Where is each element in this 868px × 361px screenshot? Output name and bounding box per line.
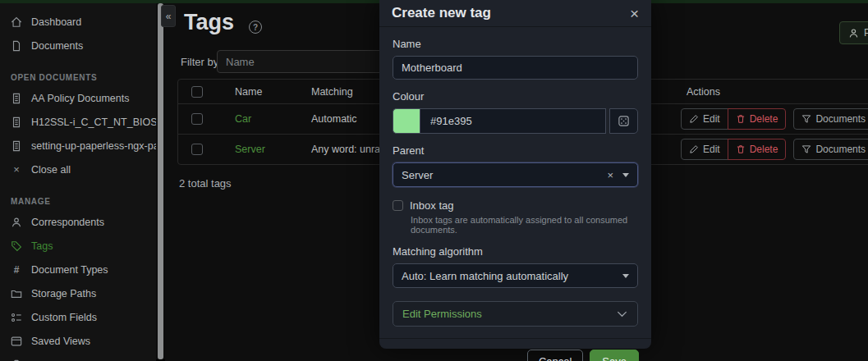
delete-button[interactable]: Delete [728, 139, 787, 160]
name-label: Name [393, 38, 638, 50]
tag-icon [11, 240, 22, 252]
documents-button[interactable]: Documents 3 [793, 139, 868, 160]
select-all-checkbox[interactable] [191, 86, 203, 98]
tag-name-link[interactable]: Car [235, 113, 251, 125]
sidebar-item-label: Dashboard [31, 16, 81, 28]
sidebar-item-workflows[interactable]: Workflows [0, 353, 156, 361]
create-tag-modal: Create new tag × Name Colour Parent Serv… [379, 0, 651, 349]
matching-algorithm-label: Matching algorithm [393, 245, 638, 258]
sidebar-section-open-documents: OPEN DOCUMENTS [11, 73, 145, 82]
open-doc-label: AA Policy Documents [31, 93, 130, 104]
chevron-down-icon [622, 274, 629, 278]
modal-header: Create new tag × [379, 0, 651, 27]
edit-label: Edit [703, 113, 720, 125]
column-header-actions: Actions [687, 86, 720, 98]
column-header-name[interactable]: Name [235, 86, 262, 98]
ui-radios-icon [11, 312, 22, 323]
close-all-label: Close all [31, 164, 71, 176]
parent-label: Parent [393, 144, 638, 157]
sidebar: Dashboard Documents OPEN DOCUMENTS AA Po… [0, 3, 156, 361]
modal-footer: Cancel Save [379, 338, 651, 361]
edit-permissions-accordion[interactable]: Edit Permissions [393, 301, 638, 327]
sidebar-collapse-button[interactable]: « [161, 5, 176, 27]
sidebar-item-dashboard[interactable]: Dashboard [0, 10, 156, 34]
trash-icon [736, 114, 746, 124]
file-text-icon [11, 140, 22, 152]
row-checkbox[interactable] [191, 144, 203, 155]
home-icon [11, 16, 22, 28]
tag-name-input[interactable] [393, 56, 638, 80]
open-doc-label: H12SSL-i_C_CT_NT_BIOS_3.3_rele... [31, 117, 156, 128]
sidebar-item-label: Document Types [31, 264, 108, 276]
close-icon: × [630, 5, 639, 22]
sidebar-item-tags[interactable]: Tags [0, 234, 156, 258]
sidebar-item-label: Correspondents [31, 217, 104, 228]
colour-input-group [393, 108, 638, 134]
page-title: Tags [184, 10, 234, 35]
sidebar-item-label: Custom Fields [31, 312, 97, 323]
funnel-icon [801, 114, 811, 124]
window-icon [11, 336, 22, 347]
sidebar-open-doc-2[interactable]: H12SSL-i_C_CT_NT_BIOS_3.3_rele... [0, 110, 156, 134]
permissions-button-partial[interactable]: Pe [839, 21, 868, 44]
delete-label: Delete [750, 113, 778, 125]
matching-selected-value: Auto: Learn matching automatically [402, 270, 622, 282]
documents-button[interactable]: Documents 1 [793, 108, 868, 130]
inbox-tag-row: Inbox tag [393, 199, 638, 212]
colour-swatch [393, 108, 420, 134]
random-colour-button[interactable] [609, 108, 638, 134]
sidebar-item-label: Tags [31, 240, 53, 252]
modal-close-button[interactable]: × [630, 6, 639, 21]
matching-algorithm-select[interactable]: Auto: Learn matching automatically [393, 263, 638, 288]
edit-label: Edit [703, 144, 720, 155]
documents-label: Documents [815, 113, 866, 125]
parent-selected-value: Server [402, 169, 607, 181]
pencil-icon [689, 144, 699, 154]
close-icon: × [11, 163, 22, 176]
total-tags-summary: 2 total tags [179, 177, 232, 190]
file-text-icon [11, 93, 22, 104]
row-checkbox[interactable] [191, 113, 203, 125]
edit-button[interactable]: Edit [681, 108, 728, 130]
filter-by-label: Filter by: [181, 56, 222, 68]
sidebar-item-label: Storage Paths [31, 288, 96, 299]
modal-body: Name Colour Parent Server × Inbox tag In… [379, 27, 651, 327]
sidebar-open-doc-3[interactable]: setting-up-paperless-ngx-part-one [0, 134, 156, 158]
dice-icon [618, 115, 630, 127]
edit-permissions-label: Edit Permissions [402, 308, 482, 320]
person-icon [11, 217, 22, 228]
chevron-down-icon [616, 308, 628, 320]
delete-button[interactable]: Delete [728, 108, 787, 130]
help-icon[interactable]: ? [249, 21, 262, 34]
sidebar-scrollbar[interactable] [156, 3, 165, 359]
sidebar-item-storage-paths[interactable]: Storage Paths [0, 281, 156, 305]
parent-select[interactable]: Server × [393, 162, 638, 187]
colour-hex-input[interactable] [420, 108, 606, 134]
sidebar-open-doc-1[interactable]: AA Policy Documents [0, 86, 156, 110]
sidebar-section-manage: MANAGE [11, 197, 145, 206]
sidebar-item-document-types[interactable]: # Document Types [0, 258, 156, 281]
column-header-matching[interactable]: Matching [311, 86, 353, 98]
hash-icon: # [11, 264, 22, 276]
modal-title: Create new tag [392, 5, 491, 21]
clear-selection-icon[interactable]: × [607, 169, 613, 181]
sidebar-item-saved-views[interactable]: Saved Views [0, 329, 156, 353]
sidebar-item-documents[interactable]: Documents [0, 34, 156, 57]
sidebar-item-correspondents[interactable]: Correspondents [0, 210, 156, 234]
scrollbar-thumb[interactable] [158, 3, 163, 359]
open-doc-label: setting-up-paperless-ngx-part-one [31, 140, 156, 152]
save-button[interactable]: Save [590, 350, 639, 361]
edit-button[interactable]: Edit [681, 139, 728, 160]
file-text-icon [11, 117, 22, 128]
tag-matching-value: Automatic [311, 113, 357, 125]
sidebar-close-all[interactable]: × Close all [0, 158, 156, 181]
tag-name-link[interactable]: Server [235, 144, 265, 155]
inbox-tag-hint: Inbox tags are automatically assigned to… [411, 215, 638, 235]
chevron-down-icon [622, 173, 629, 177]
inbox-tag-checkbox[interactable] [393, 200, 403, 211]
sidebar-item-custom-fields[interactable]: Custom Fields [0, 305, 156, 329]
cancel-button[interactable]: Cancel [527, 350, 583, 361]
sidebar-item-label: Documents [31, 40, 83, 52]
permissions-button-label: Pe [864, 27, 868, 39]
colour-label: Colour [393, 90, 638, 103]
